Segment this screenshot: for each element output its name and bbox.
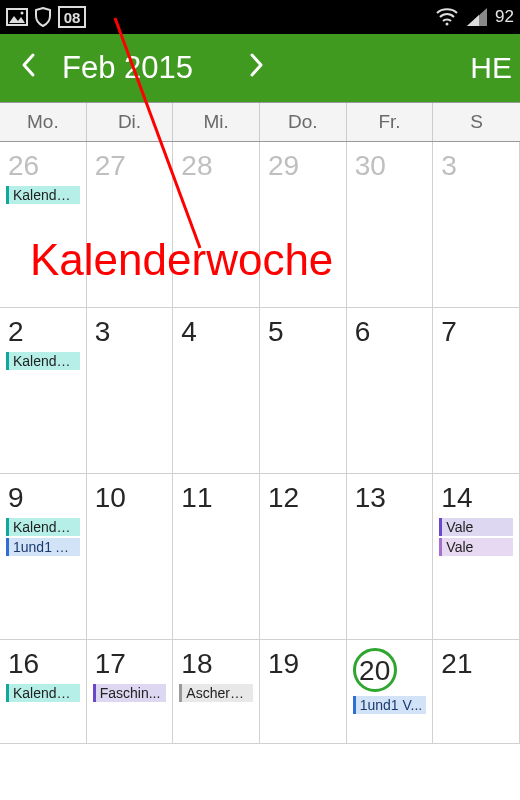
day-cell[interactable]: 13 xyxy=(347,474,434,640)
status-right: 92 xyxy=(435,7,514,27)
day-number: 12 xyxy=(266,480,340,514)
today-button[interactable]: HE xyxy=(462,51,520,85)
event-chip[interactable]: 1und1 V... xyxy=(353,696,427,714)
day-cell[interactable]: 19 xyxy=(260,640,347,744)
event-list: Kalender... xyxy=(6,186,80,204)
day-cell[interactable]: 28 xyxy=(173,142,260,308)
day-cell[interactable]: 3 xyxy=(87,308,174,474)
day-cell[interactable]: 4 xyxy=(173,308,260,474)
day-cell[interactable]: 26Kalender... xyxy=(0,142,87,308)
day-cell[interactable]: 16Kalender... xyxy=(0,640,87,744)
svg-marker-1 xyxy=(9,16,25,23)
day-number: 3 xyxy=(93,314,167,348)
day-number: 2 xyxy=(6,314,80,348)
day-number: 27 xyxy=(93,148,167,182)
day-cell[interactable]: 5 xyxy=(260,308,347,474)
svg-point-3 xyxy=(446,23,449,26)
next-month-button[interactable] xyxy=(229,52,285,85)
event-list: Kalender...1und1 Al... xyxy=(6,518,80,556)
day-cell[interactable]: 201und1 V... xyxy=(347,640,434,744)
event-list: 1und1 V... xyxy=(353,696,427,714)
day-cell[interactable]: 9Kalender...1und1 Al... xyxy=(0,474,87,640)
day-number: 14 xyxy=(439,480,513,514)
event-chip[interactable]: Kalender... xyxy=(6,518,80,536)
day-number: 17 xyxy=(93,646,167,680)
day-number: 13 xyxy=(353,480,427,514)
day-number: 10 xyxy=(93,480,167,514)
weekday-cell: Mi. xyxy=(173,103,260,141)
weekday-row: Mo.Di.Mi.Do.Fr.S xyxy=(0,102,520,142)
day-cell[interactable]: 29 xyxy=(260,142,347,308)
event-list: Faschin... xyxy=(93,684,167,702)
day-number: 29 xyxy=(266,148,340,182)
picture-icon xyxy=(6,8,28,26)
event-chip[interactable]: Ascherm... xyxy=(179,684,253,702)
day-cell[interactable]: 12 xyxy=(260,474,347,640)
day-cell[interactable]: 10 xyxy=(87,474,174,640)
event-list: Ascherm... xyxy=(179,684,253,702)
day-number: 3 xyxy=(439,148,513,182)
calendar-grid: 26Kalender...2728293032Kalender...345679… xyxy=(0,142,520,744)
status-bar: 08 92 xyxy=(0,0,520,34)
week-number-icon: 08 xyxy=(58,6,86,28)
event-chip[interactable]: Kalender... xyxy=(6,186,80,204)
day-number: 16 xyxy=(6,646,80,680)
weekday-cell: Mo. xyxy=(0,103,87,141)
weekday-cell: Fr. xyxy=(347,103,434,141)
wifi-icon xyxy=(435,8,459,26)
day-number: 30 xyxy=(353,148,427,182)
day-cell[interactable]: 14ValeVale xyxy=(433,474,520,640)
event-list: Kalender... xyxy=(6,352,80,370)
event-list: ValeVale xyxy=(439,518,513,556)
month-title[interactable]: Feb 2015 xyxy=(56,50,193,86)
weekday-cell: S xyxy=(433,103,520,141)
event-chip[interactable]: Faschin... xyxy=(93,684,167,702)
day-number: 20 xyxy=(353,648,397,692)
day-number: 21 xyxy=(439,646,513,680)
day-cell[interactable]: 27 xyxy=(87,142,174,308)
day-number: 9 xyxy=(6,480,80,514)
prev-month-button[interactable] xyxy=(0,52,56,85)
day-number: 6 xyxy=(353,314,427,348)
weekday-cell: Do. xyxy=(260,103,347,141)
svg-marker-5 xyxy=(467,15,479,26)
day-number: 28 xyxy=(179,148,253,182)
day-number: 26 xyxy=(6,148,80,182)
day-cell[interactable]: 30 xyxy=(347,142,434,308)
day-number: 11 xyxy=(179,480,253,514)
day-cell[interactable]: 21 xyxy=(433,640,520,744)
day-number: 4 xyxy=(179,314,253,348)
shield-icon xyxy=(34,7,52,27)
weekday-cell: Di. xyxy=(87,103,174,141)
day-cell[interactable]: 6 xyxy=(347,308,434,474)
svg-point-2 xyxy=(21,12,24,15)
status-left: 08 xyxy=(6,6,86,28)
day-cell[interactable]: 2Kalender... xyxy=(0,308,87,474)
event-chip[interactable]: Kalender... xyxy=(6,352,80,370)
event-chip[interactable]: Vale xyxy=(439,538,513,556)
app-header: Feb 2015 HE xyxy=(0,34,520,102)
event-chip[interactable]: Vale xyxy=(439,518,513,536)
day-number: 18 xyxy=(179,646,253,680)
cell-signal-icon xyxy=(467,8,487,26)
day-cell[interactable]: 3 xyxy=(433,142,520,308)
day-cell[interactable]: 18Ascherm... xyxy=(173,640,260,744)
day-cell[interactable]: 17Faschin... xyxy=(87,640,174,744)
day-cell[interactable]: 11 xyxy=(173,474,260,640)
battery-percent: 92 xyxy=(495,7,514,27)
day-number: 7 xyxy=(439,314,513,348)
day-number: 19 xyxy=(266,646,340,680)
event-chip[interactable]: Kalender... xyxy=(6,684,80,702)
event-chip[interactable]: 1und1 Al... xyxy=(6,538,80,556)
day-number: 5 xyxy=(266,314,340,348)
event-list: Kalender... xyxy=(6,684,80,702)
day-cell[interactable]: 7 xyxy=(433,308,520,474)
